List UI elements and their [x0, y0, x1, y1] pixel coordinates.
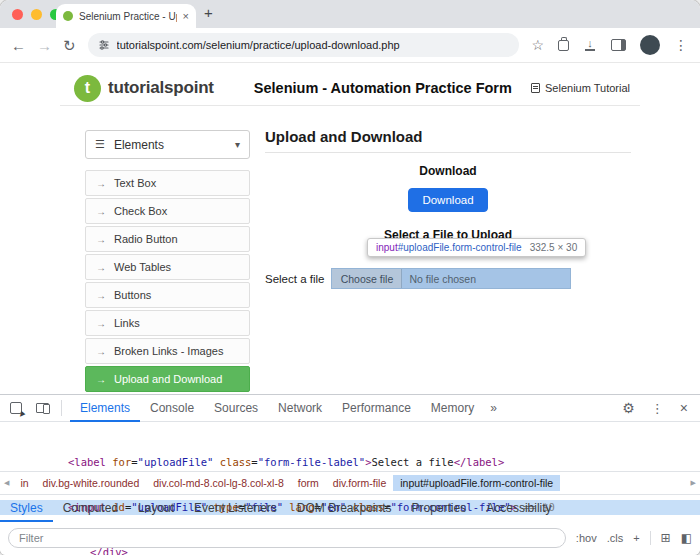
window-controls [12, 9, 61, 20]
divider [61, 400, 62, 416]
devtools-tab-performance[interactable]: Performance [332, 395, 421, 422]
subtab-layout[interactable]: Layout [128, 495, 184, 522]
subtab-properties[interactable]: Properties [402, 495, 477, 522]
file-chosen-status: No file chosen [409, 273, 476, 285]
sidebar-item-broken-links[interactable]: →Broken Links - Images [85, 338, 250, 364]
toggle-hover-state[interactable]: :hov [576, 532, 597, 544]
tooltip-dimensions: 332.5 × 30 [530, 242, 578, 253]
sidebar-item-text-box[interactable]: →Text Box [85, 170, 250, 196]
browser-window: Selenium Practice - Upload a × + ← → ↻ t… [0, 0, 700, 555]
tab-strip: Selenium Practice - Upload a × + [0, 0, 700, 28]
tab-close-icon[interactable]: × [183, 11, 189, 22]
inspect-element-icon[interactable] [10, 402, 22, 414]
sidebar-header[interactable]: ☰ Elements ▾ [85, 130, 250, 159]
hamburger-icon: ☰ [95, 138, 105, 151]
devtools-menu-icon[interactable]: ⋮ [651, 401, 664, 416]
devtools-tab-console[interactable]: Console [140, 395, 204, 422]
more-tabs-icon[interactable]: » [484, 401, 503, 415]
crumb-scroll-right-icon[interactable]: ▶ [687, 479, 700, 487]
dock-side-icon[interactable]: ◧ [681, 532, 692, 544]
sidebar-list: →Text Box →Check Box →Radio Button →Web … [85, 170, 250, 392]
sidebar-item-buttons[interactable]: →Buttons [85, 282, 250, 308]
breadcrumb-item-selected[interactable]: input#uploadFile.form-control-file [393, 475, 560, 491]
site-info-icon[interactable] [98, 39, 110, 51]
sidebar-item-check-box[interactable]: →Check Box [85, 198, 250, 224]
window-close-button[interactable] [12, 9, 23, 20]
subtab-dom-breakpoints[interactable]: DOM Breakpoints [287, 495, 402, 522]
sidebar-item-web-tables[interactable]: →Web Tables [85, 254, 250, 280]
file-input-label: Select a file [265, 273, 324, 285]
crumb-scroll-left-icon[interactable]: ◀ [0, 479, 13, 487]
chevron-down-icon: ▾ [235, 139, 240, 150]
choose-file-button[interactable]: Choose file [332, 269, 402, 288]
title-divider [265, 152, 631, 153]
tab-title: Selenium Practice - Upload a [79, 11, 177, 22]
back-icon[interactable]: ← [11, 38, 26, 53]
sidebar-item-upload-download[interactable]: →Upload and Download [85, 366, 250, 392]
download-button[interactable]: Download [408, 188, 487, 212]
site-header: t tutorialspoint Selenium - Automation P… [74, 71, 630, 105]
device-toolbar-icon[interactable] [36, 403, 49, 413]
file-input[interactable]: Choose file No file chosen [332, 269, 570, 288]
breadcrumb-item[interactable]: div.col-md-8.col-lg-8.col-xl-8 [146, 475, 291, 491]
arrow-icon: → [96, 262, 106, 273]
page-title: Upload and Download [265, 128, 423, 145]
bookmark-star-icon[interactable]: ☆ [531, 38, 544, 52]
elements-tree: <label for="uploadFile" class="form-file… [0, 422, 700, 471]
arrow-icon: → [96, 206, 106, 217]
divider [650, 531, 651, 545]
grid-icon[interactable]: ⊞ [661, 532, 671, 544]
url-text[interactable]: tutorialspoint.com/selenium/practice/upl… [117, 39, 400, 51]
arrow-icon: → [96, 374, 106, 385]
tutorialspoint-logo[interactable]: t [74, 75, 101, 102]
address-bar[interactable]: tutorialspoint.com/selenium/practice/upl… [88, 33, 520, 57]
site-title: Selenium - Automation Practice Form [254, 80, 512, 96]
breadcrumb-item[interactable]: div.bg-white.rounded [36, 475, 147, 491]
styles-filter-input[interactable] [8, 528, 566, 548]
reload-icon[interactable]: ↻ [63, 38, 76, 53]
subtab-styles[interactable]: Styles [0, 495, 53, 522]
inspect-tooltip: input#uploadFile.form-control-file 332.5… [367, 238, 586, 257]
arrow-icon: → [96, 346, 106, 357]
brand-name[interactable]: tutorialspoint [108, 78, 214, 98]
tooltip-selector: input#uploadFile.form-control-file [376, 242, 522, 253]
arrow-icon: → [96, 178, 106, 189]
devtools-tab-elements[interactable]: Elements [70, 395, 140, 422]
new-tab-button[interactable]: + [204, 4, 213, 21]
toolbar-actions: ☆ ↓ ⋮ [531, 35, 688, 55]
upload-form-row: Select a file Choose file No file chosen [265, 269, 570, 288]
window-minimize-button[interactable] [31, 9, 42, 20]
subtab-event-listeners[interactable]: Event Listeners [184, 495, 287, 522]
downloads-icon[interactable]: ↓ [583, 39, 597, 51]
arrow-icon: → [96, 318, 106, 329]
new-style-rule-button[interactable]: + [633, 532, 639, 544]
breadcrumb-item[interactable]: in [13, 475, 35, 491]
arrow-icon: → [96, 290, 106, 301]
breadcrumb: ◀ in div.bg-white.rounded div.col-md-8.c… [0, 471, 700, 494]
forward-icon[interactable]: → [37, 38, 52, 53]
browser-menu-icon[interactable]: ⋮ [674, 38, 688, 52]
devtools-panel: Elements Console Sources Network Perform… [0, 394, 700, 555]
toggle-element-classes[interactable]: .cls [607, 532, 624, 544]
side-panel-icon[interactable] [611, 39, 626, 51]
document-icon [531, 83, 540, 93]
subtab-accessibility[interactable]: Accessibility [476, 495, 561, 522]
devtools-tab-sources[interactable]: Sources [204, 395, 268, 422]
devtools-tab-network[interactable]: Network [268, 395, 332, 422]
extensions-icon[interactable] [558, 40, 569, 51]
devtools-tab-memory[interactable]: Memory [421, 395, 484, 422]
sidebar-item-links[interactable]: →Links [85, 310, 250, 336]
dom-node-label[interactable]: <label for="uploadFile" class="form-file… [0, 455, 700, 470]
profile-avatar[interactable] [640, 35, 660, 55]
selenium-tutorial-link[interactable]: Selenium Tutorial [531, 82, 630, 94]
browser-toolbar: ← → ↻ tutorialspoint.com/selenium/practi… [0, 28, 700, 63]
breadcrumb-item[interactable]: div.form-file [326, 475, 393, 491]
devtools-close-icon[interactable]: × [680, 400, 688, 416]
browser-tab[interactable]: Selenium Practice - Upload a × [56, 4, 196, 28]
download-heading: Download [265, 164, 631, 178]
settings-gear-icon[interactable]: ⚙ [622, 400, 635, 416]
web-page: t tutorialspoint Selenium - Automation P… [0, 64, 700, 394]
subtab-computed[interactable]: Computed [53, 495, 128, 522]
breadcrumb-item[interactable]: form [291, 475, 326, 491]
sidebar-item-radio-button[interactable]: →Radio Button [85, 226, 250, 252]
